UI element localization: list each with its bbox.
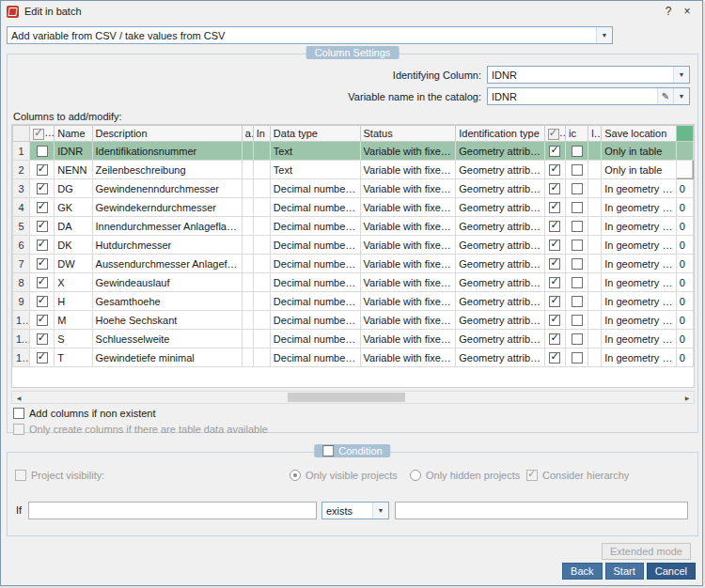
add-columns-checkbox-row[interactable]: Add columns if non existent [13,408,156,419]
cell-flag2[interactable] [565,292,588,311]
cell-flag1[interactable] [544,217,565,236]
column-header-a[interactable]: a [242,126,253,142]
cell-flag2[interactable] [565,330,588,348]
row-checkbox-checked[interactable] [37,296,48,307]
scrollbar-thumb[interactable] [288,393,405,402]
cell-in[interactable] [253,255,270,273]
row-number[interactable]: 12 [13,348,30,367]
condition-right-input[interactable] [395,502,688,519]
row-checkbox-flag1[interactable] [549,240,560,251]
cell-a[interactable] [242,330,253,348]
cell-description[interactable]: Gewindenenndurchmesser [92,179,242,198]
cell-status[interactable]: Variable with fixed values [360,292,456,311]
cell-id_type[interactable]: Geometry attribute [456,273,545,292]
cell-save_location[interactable]: In geometry an... [602,217,677,236]
column-header-data_type[interactable]: Data type [270,126,360,142]
cell-le[interactable] [588,311,602,330]
scroll-right-icon[interactable]: ▶ [681,392,694,403]
table-row[interactable]: 9HGesamthoeheDecimal number (0.123)Varia… [13,292,694,311]
condition-checkbox[interactable] [322,445,334,456]
cell-extra[interactable]: 0 [676,330,693,348]
cell-save_location[interactable]: In geometry an... [602,311,677,330]
cell-data_type[interactable]: Decimal number (0.123) [270,179,360,198]
cell-flag2[interactable] [565,217,588,236]
cell-checked[interactable] [30,217,55,236]
row-checkbox-flag2[interactable] [572,146,583,157]
cell-le[interactable] [588,330,602,348]
cell-a[interactable] [242,217,253,236]
cell-data_type[interactable]: Decimal number (0.123) [270,273,360,292]
cell-flag2[interactable] [565,273,588,292]
cell-flag2[interactable] [565,179,588,198]
row-number[interactable]: 11 [13,330,30,348]
table-row[interactable]: 11SSchluesselweiteDecimal number (0.123)… [13,330,694,348]
row-checkbox-flag1[interactable] [549,183,560,194]
scroll-left-icon[interactable]: ◀ [12,392,25,403]
cell-id_type[interactable]: Geometry attribute [456,311,545,330]
row-checkbox-flag2[interactable] [572,333,583,345]
row-checkbox-flag2[interactable] [572,258,583,270]
cell-flag2[interactable] [565,348,588,367]
cell-id_type[interactable]: Geometry attribute [456,161,545,179]
header-checkbox[interactable] [33,129,44,140]
cell-status[interactable]: Variable with fixed values [360,311,456,330]
column-header-le[interactable]: le [588,126,602,142]
row-number[interactable]: 8 [13,273,30,292]
cell-description[interactable]: Zeilenbeschreibung [92,161,242,179]
cell-flag1[interactable] [544,236,565,255]
only-hidden-option[interactable]: Only hidden projects [410,470,520,481]
cell-id_type[interactable]: Geometry attribute [456,217,545,236]
cell-description[interactable]: Hoehe Sechskant [92,311,242,330]
row-checkbox-flag2[interactable] [572,183,583,194]
condition-operator-dropdown[interactable]: exists ▼ [321,502,389,519]
table-row[interactable]: 3DGGewindenenndurchmesserDecimal number … [13,179,694,198]
cell-name[interactable]: IDNR [55,142,92,161]
cell-a[interactable] [242,348,253,367]
cell-extra[interactable]: 0 [676,348,693,367]
cell-description[interactable]: Schluesselweite [92,330,242,348]
row-checkbox-flag2[interactable] [572,202,583,213]
cell-name[interactable]: T [55,348,92,367]
cell-checked[interactable] [30,142,55,161]
column-header-description[interactable]: Description [92,126,242,142]
column-header-in[interactable]: In [253,126,270,142]
only-create-checkbox[interactable] [13,424,24,435]
cell-status[interactable]: Variable with fixed values [360,161,456,179]
row-checkbox-flag2[interactable] [572,240,583,251]
cell-description[interactable]: Aussendurchmesser Anlageflaeche [92,255,242,273]
chevron-down-icon[interactable]: ▼ [596,27,612,43]
close-button[interactable]: × [678,5,697,18]
header-checkbox[interactable] [548,129,559,140]
table-row[interactable]: 5DAInnendurchmesser AnlageflaecheDecimal… [13,217,694,236]
row-checkbox-flag1[interactable] [549,277,560,288]
cell-extra[interactable]: 0 [676,311,693,330]
row-checkbox-flag1[interactable] [549,315,560,326]
row-checkbox-checked[interactable] [37,240,48,251]
column-header-status[interactable]: Status [360,126,456,142]
cell-a[interactable] [242,142,253,161]
cell-le[interactable] [588,236,602,255]
cell-name[interactable]: NENN [55,161,92,179]
cell-data_type[interactable]: Decimal number (0.123) [270,198,360,217]
cell-save_location[interactable]: In geometry an... [602,179,677,198]
cell-in[interactable] [253,236,270,255]
cell-name[interactable]: X [55,273,92,292]
cell-checked[interactable] [30,311,55,330]
cell-in[interactable] [253,273,270,292]
cell-in[interactable] [253,348,270,367]
cell-description[interactable]: Hutdurchmesser [92,236,242,255]
column-header-name[interactable]: Name [55,126,92,142]
cell-flag1[interactable] [544,348,565,367]
row-checkbox-flag1[interactable] [549,296,560,307]
cell-extra[interactable]: 0 [676,217,693,236]
start-button[interactable]: Start [605,563,644,580]
cell-le[interactable] [588,292,602,311]
column-header-save_location[interactable]: Save location [602,126,677,142]
cell-checked[interactable] [30,273,55,292]
cell-le[interactable] [588,255,602,273]
cell-id_type[interactable]: Geometry attribute [456,292,545,311]
row-number[interactable]: 5 [13,217,30,236]
cell-data_type[interactable]: Decimal number (0.123) [270,217,360,236]
row-number[interactable]: 4 [13,198,30,217]
row-checkbox-checked[interactable] [37,315,48,326]
